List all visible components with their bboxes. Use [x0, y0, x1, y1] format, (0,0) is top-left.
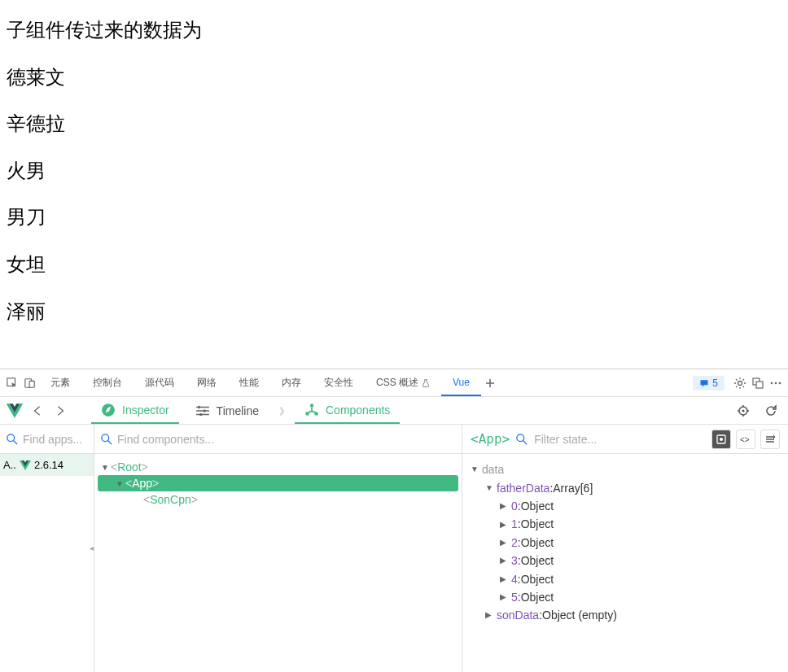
- svg-rect-5: [756, 382, 763, 388]
- svg-point-7: [775, 382, 777, 384]
- add-tab-icon[interactable]: [481, 374, 499, 392]
- expand-arrow-icon: ▼: [101, 463, 111, 472]
- state-menu-icon[interactable]: [760, 430, 780, 449]
- expand-arrow-icon: ▶: [500, 591, 511, 604]
- inspect-dom-icon[interactable]: <>: [736, 430, 755, 449]
- svg-point-18: [7, 434, 15, 442]
- state-key: 1: [511, 515, 518, 533]
- svg-point-11: [203, 409, 205, 412]
- svg-point-20: [517, 434, 524, 442]
- expand-arrow-icon: ▶: [500, 500, 511, 513]
- state-value: Object: [521, 515, 554, 533]
- state-section-data[interactable]: ▼ data: [471, 460, 780, 478]
- apps-search-row: [0, 425, 94, 454]
- page-content: 子组件传过来的数据为 德莱文 辛德拉 火男 男刀 女坦 泽丽: [0, 0, 788, 369]
- state-array-item[interactable]: ▶3: Object: [471, 552, 780, 569]
- tree-node-label: Root: [117, 460, 142, 473]
- locate-icon[interactable]: [733, 400, 754, 421]
- more-icon[interactable]: [767, 374, 785, 392]
- expand-arrow-icon: ▼: [485, 482, 497, 495]
- list-item: 德莱文: [7, 63, 788, 91]
- vue-tab-components-label: Components: [326, 404, 390, 417]
- svg-point-19: [102, 434, 109, 442]
- tab-network[interactable]: 网络: [186, 369, 228, 396]
- tab-vue[interactable]: Vue: [441, 369, 481, 396]
- vue-tab-components[interactable]: Components: [295, 397, 400, 424]
- svg-point-13: [310, 404, 314, 408]
- settings-icon[interactable]: [731, 374, 749, 392]
- tree-node-app[interactable]: ▼ <App>: [98, 475, 458, 491]
- chevron-separator-icon: ❯: [275, 406, 288, 415]
- search-icon: [101, 434, 112, 445]
- app-item[interactable]: A.. 2.6.14: [0, 454, 94, 476]
- state-array-item[interactable]: ▶4: Object: [471, 570, 780, 588]
- expand-arrow-icon: ▼: [116, 479, 125, 488]
- page-heading: 子组件传过来的数据为: [7, 16, 788, 44]
- state-key: 3: [511, 552, 518, 569]
- state-array-item[interactable]: ▶2: Object: [471, 534, 780, 552]
- svg-point-8: [779, 382, 781, 384]
- components-search-input[interactable]: [117, 433, 455, 446]
- state-section-label: data: [482, 460, 504, 478]
- apps-search-input[interactable]: [23, 433, 87, 446]
- state-filter-input[interactable]: [534, 433, 705, 446]
- inspect-element-icon[interactable]: [3, 374, 21, 392]
- components-column: ◂ ▼ <Root> ▼ <App> <SonCpn>: [94, 425, 462, 672]
- tab-sources[interactable]: 源代码: [134, 369, 186, 396]
- state-key: sonData: [497, 606, 539, 624]
- scroll-to-component-icon[interactable]: [711, 430, 731, 449]
- expand-arrow-icon: ▶: [500, 573, 511, 586]
- state-tree: ▼ data ▼ fatherData: Array[6] ▶0: Object…: [462, 454, 788, 631]
- svg-point-10: [197, 405, 199, 408]
- device-toggle-icon[interactable]: [21, 374, 39, 392]
- svg-point-6: [771, 382, 773, 384]
- tree-node-label: App: [132, 477, 152, 490]
- vue-tab-inspector-label: Inspector: [122, 404, 169, 417]
- state-array-item[interactable]: ▶5: Object: [471, 588, 780, 606]
- svg-point-22: [720, 438, 723, 441]
- state-value: Object: [521, 552, 554, 569]
- tab-console[interactable]: 控制台: [81, 369, 134, 396]
- expand-arrow-icon: ▶: [500, 518, 511, 531]
- tab-css-overview[interactable]: CSS 概述: [365, 369, 441, 396]
- state-value: Object: [521, 570, 554, 588]
- state-key-fatherdata[interactable]: ▼ fatherData: Array[6]: [471, 479, 780, 497]
- list-item: 女坦: [7, 251, 788, 278]
- state-key-sondata[interactable]: ▶ sonData: Object (empty): [471, 606, 780, 624]
- state-array-item[interactable]: ▶1: Object: [471, 515, 780, 533]
- state-column: <App> <> ▼ data: [462, 425, 788, 672]
- components-search-row: [94, 425, 462, 454]
- tab-elements[interactable]: 元素: [39, 369, 81, 396]
- state-key: 4: [511, 570, 518, 588]
- flask-icon: [422, 379, 430, 387]
- tree-node-root[interactable]: ▼ <Root>: [98, 459, 458, 475]
- vue-tab-inspector[interactable]: Inspector: [91, 397, 179, 424]
- apps-column: A.. 2.6.14: [0, 425, 94, 672]
- expand-arrow-icon: ▶: [500, 554, 511, 567]
- state-key: 0: [511, 497, 518, 515]
- tab-css-overview-label: CSS 概述: [376, 376, 418, 390]
- back-arrow-icon[interactable]: [29, 403, 46, 419]
- list-item: 泽丽: [7, 298, 788, 325]
- vue-tab-timeline[interactable]: Timeline: [186, 397, 269, 424]
- tree-node-soncpn[interactable]: <SonCpn>: [98, 491, 458, 508]
- devtools-panel: 元素 控制台 源代码 网络 性能 内存 安全性 CSS 概述 Vue 5: [0, 369, 788, 672]
- message-icon: [699, 378, 709, 388]
- collapse-handle-icon[interactable]: ◂: [90, 539, 99, 556]
- vue-logo-icon: [20, 460, 31, 471]
- selected-component-name: <App>: [471, 431, 510, 447]
- expand-arrow-icon: ▶: [500, 536, 511, 549]
- svg-point-12: [199, 412, 202, 415]
- tab-memory[interactable]: 内存: [270, 369, 313, 396]
- forward-arrow-icon[interactable]: [52, 403, 68, 419]
- state-value: Object: [521, 588, 554, 606]
- dock-icon[interactable]: [749, 374, 767, 392]
- state-array-item[interactable]: ▶0: Object: [471, 497, 780, 515]
- tab-security[interactable]: 安全性: [313, 369, 365, 396]
- svg-point-17: [742, 409, 745, 412]
- refresh-icon[interactable]: [760, 400, 781, 421]
- svg-text:<>: <>: [740, 435, 750, 444]
- components-icon: [304, 403, 319, 417]
- tab-performance[interactable]: 性能: [228, 369, 270, 396]
- issues-badge[interactable]: 5: [693, 376, 725, 391]
